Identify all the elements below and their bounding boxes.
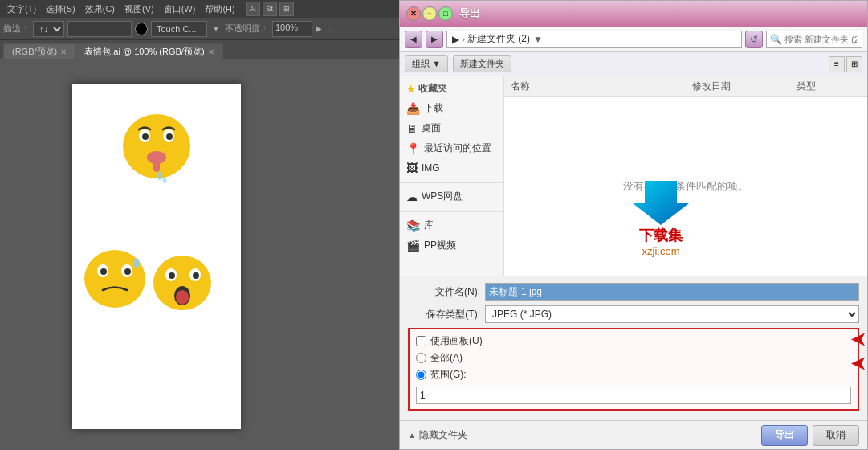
range-label[interactable]: 范围(G): (430, 368, 467, 382)
sidebar-item-library[interactable]: 📚 库 (400, 215, 503, 235)
dialog-bottom: ▲ 隐藏文件夹 导出 取消 (400, 420, 867, 449)
svg-rect-6 (153, 156, 160, 172)
emoji-surprised (149, 244, 217, 317)
menu-select[interactable]: 选择(S) (42, 2, 79, 17)
sidebar-label-download: 下载 (424, 101, 443, 115)
close-button[interactable]: ✕ (406, 6, 421, 21)
view-list-button[interactable]: ≡ (829, 56, 845, 72)
filetype-label: 保存类型(T): (408, 308, 480, 321)
new-folder-button[interactable]: 新建文件夹 (453, 55, 511, 72)
svg-point-4 (166, 133, 173, 140)
hide-folders-button[interactable]: ▲ 隐藏文件夹 (408, 428, 467, 442)
color-swatch[interactable] (135, 22, 148, 35)
nav-forward-button[interactable]: ▶ (426, 31, 443, 48)
opacity-arrow: ▶ (316, 24, 322, 33)
emoji-drool (116, 100, 197, 188)
arrow-separator: ▼ (212, 24, 220, 33)
emoji-scared (79, 240, 151, 313)
library-icon: 📚 (406, 219, 420, 232)
brush-name-display: Touch C... (151, 21, 207, 37)
range-row: 范围(G): (416, 368, 851, 382)
artboard-section-container: 使用画板(U) 全部(A) 范围(G): ➤ ➤ (408, 328, 859, 411)
view-details-button[interactable]: ⊞ (846, 56, 862, 72)
tab-close-2[interactable]: ✕ (208, 47, 214, 56)
all-radio[interactable] (416, 353, 426, 363)
use-artboard-label[interactable]: 使用画板(U) (430, 334, 483, 348)
tab-emoji[interactable]: 表情包.ai @ 100% (RGB/预览) ✕ (75, 43, 222, 59)
menu-window[interactable]: 窗口(W) (160, 2, 200, 17)
filetype-row: 保存类型(T): JPEG (*.JPG) (408, 305, 859, 323)
app-icon-1[interactable]: Ai (246, 2, 260, 16)
canvas-area (0, 59, 401, 450)
download-icon: 📥 (406, 102, 420, 115)
favorites-header[interactable]: ★ 收藏夹 (400, 80, 503, 98)
svg-point-21 (176, 290, 189, 305)
maximize-button[interactable]: □ (438, 6, 453, 21)
menu-view[interactable]: 视图(V) (120, 2, 158, 17)
organize-button[interactable]: 组织 ▼ (405, 55, 448, 72)
cloud-section: ☁ WPS网盘 (400, 182, 503, 207)
dialog-titlebar: ✕ − □ 导出 (400, 1, 867, 27)
tab-rgb-preview[interactable]: (RGB/预览) ✕ (3, 43, 75, 59)
sidebar-label-img: IMG (422, 162, 440, 174)
nav-back-button[interactable]: ◀ (405, 31, 422, 48)
img-folder-icon: 🖼 (406, 162, 418, 174)
export-button[interactable]: 导出 (761, 425, 808, 446)
filetype-select[interactable]: JPEG (*.JPG) (485, 305, 859, 323)
all-label[interactable]: 全部(A) (430, 351, 463, 365)
svg-point-8 (163, 177, 167, 183)
svg-point-18 (169, 272, 175, 279)
refresh-button[interactable]: ↺ (745, 31, 763, 48)
cancel-button[interactable]: 取消 (813, 425, 859, 446)
hide-folders-arrow-icon: ▲ (408, 431, 416, 440)
filename-row: 文件名(N): (408, 283, 859, 301)
sidebar-item-wps[interactable]: ☁ WPS网盘 (400, 186, 503, 207)
sidebar-item-pp-video[interactable]: 🎬 PP视频 (400, 235, 503, 256)
dialog-content: ★ 收藏夹 📥 下载 🖥 桌面 📍 最近访问的位置 🖼 IMG ☁ (400, 76, 867, 276)
filename-input[interactable] (485, 283, 859, 301)
wps-cloud-icon: ☁ (406, 190, 418, 203)
menu-text[interactable]: 文字(T) (3, 2, 40, 17)
new-folder-label: 新建文件夹 (460, 58, 504, 70)
stroke-dropdown[interactable]: ↑↓ (33, 21, 64, 37)
star-icon: ★ (406, 84, 415, 95)
sidebar-item-desktop[interactable]: 🖥 桌面 (400, 118, 503, 138)
range-input[interactable] (416, 387, 851, 404)
sidebar-item-download[interactable]: 📥 下载 (400, 98, 503, 118)
sidebar-label-ppvideo: PP视频 (424, 239, 456, 252)
ai-background: 文字(T) 选择(S) 效果(C) 视图(V) 窗口(W) 帮助(H) Ai S… (0, 0, 401, 450)
red-arrow-2: ➤ (851, 354, 866, 374)
col-date: 修改日期 (692, 80, 797, 93)
menu-effect[interactable]: 效果(C) (81, 2, 119, 17)
favorites-label: 收藏夹 (418, 82, 447, 96)
opacity-display[interactable]: 100% (272, 21, 312, 37)
sidebar-item-recent[interactable]: 📍 最近访问的位置 (400, 138, 503, 158)
hide-folders-label: 隐藏文件夹 (419, 428, 467, 442)
col-name: 名称 (511, 80, 692, 93)
use-artboard-checkbox[interactable] (416, 336, 426, 346)
address-path: ▶ › 新建文件夹 (2) ▼ (446, 31, 742, 48)
app-icon-3[interactable]: ⊞ (279, 2, 294, 16)
search-box: 🔍 (766, 31, 862, 48)
brush-preview (67, 21, 132, 37)
menu-bar: 文字(T) 选择(S) 效果(C) 视图(V) 窗口(W) 帮助(H) Ai S… (0, 0, 401, 18)
sidebar-item-img[interactable]: 🖼 IMG (400, 158, 503, 178)
search-input[interactable] (784, 35, 857, 44)
file-header: 名称 修改日期 类型 (504, 76, 867, 97)
stroke-label: 描边： (3, 22, 30, 35)
menu-help[interactable]: 帮助(H) (201, 2, 238, 17)
svg-point-12 (100, 268, 107, 275)
range-radio[interactable] (416, 370, 426, 380)
tab-close-1[interactable]: ✕ (60, 47, 67, 56)
app-icon-2[interactable]: St (263, 2, 277, 16)
minimize-button[interactable]: − (422, 6, 437, 21)
use-artboard-row: 使用画板(U) (416, 334, 851, 348)
file-area: 名称 修改日期 类型 没有与搜索条件匹配的项。 下载集 xzji. (504, 76, 867, 276)
path-folder[interactable]: 新建文件夹 (2) (467, 32, 530, 46)
artboard (72, 84, 241, 429)
col-type: 类型 (797, 80, 861, 93)
more-options[interactable]: ... (325, 24, 332, 33)
sidebar-label-desktop: 桌面 (422, 121, 441, 135)
sidebar-label-recent: 最近访问的位置 (424, 141, 491, 155)
svg-point-7 (157, 172, 162, 180)
